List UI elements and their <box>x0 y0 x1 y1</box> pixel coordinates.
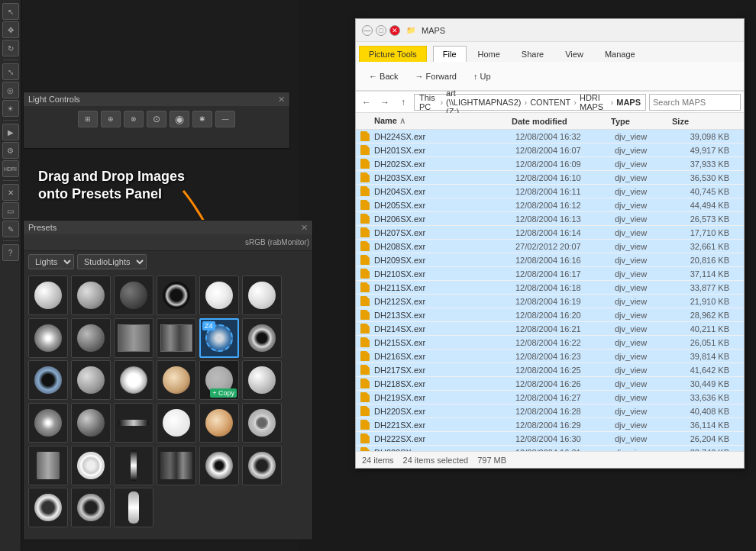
file-row[interactable]: DH218SX.exr 12/08/2004 16:26 djv_view 30… <box>356 377 744 391</box>
toolbar-camera-btn[interactable]: ◎ <box>2 82 19 98</box>
file-row[interactable]: DH202SX.exr 12/08/2004 16:09 djv_view 37… <box>356 157 744 171</box>
preset-item[interactable] <box>114 488 153 527</box>
fe-minimize-btn[interactable]: — <box>362 25 373 36</box>
file-row[interactable]: DH223SX.exr 12/08/2004 16:31 djv_view 33… <box>356 446 744 451</box>
preset-item[interactable] <box>28 403 68 443</box>
preset-item[interactable] <box>157 360 196 400</box>
preset-item[interactable] <box>242 403 282 443</box>
preset-item[interactable] <box>28 446 68 485</box>
preset-item[interactable] <box>71 488 111 527</box>
file-row[interactable]: DH215SX.exr 12/08/2004 16:22 djv_view 26… <box>356 336 744 350</box>
preset-item[interactable] <box>71 276 111 315</box>
fe-back-btn[interactable]: ← <box>359 95 374 110</box>
preset-item[interactable] <box>157 318 196 358</box>
lc-btn-6[interactable]: ✱ <box>192 111 212 127</box>
toolbar-help-btn[interactable]: ? <box>2 244 19 261</box>
preset-item[interactable] <box>71 446 111 485</box>
fe-file-list[interactable]: DH224SX.exr 12/08/2004 16:32 djv_view 39… <box>356 130 744 451</box>
tab-manage[interactable]: Manage <box>595 46 645 62</box>
preset-item[interactable] <box>157 446 196 485</box>
preset-item[interactable] <box>242 360 282 400</box>
presets-filter1[interactable]: Lights <box>28 254 74 269</box>
file-row[interactable]: DH201SX.exr 12/08/2004 16:07 djv_view 49… <box>356 143 744 157</box>
breadcrumb-hdri[interactable]: HDRI MAPS <box>580 93 608 111</box>
preset-copy-item[interactable]: + Copy <box>199 360 239 400</box>
toolbar-scale-btn[interactable]: ⤡ <box>2 63 19 80</box>
fe-search-input[interactable] <box>649 94 741 111</box>
file-row[interactable]: DH214SX.exr 12/08/2004 16:21 djv_view 40… <box>356 322 744 336</box>
preset-item[interactable] <box>199 276 239 315</box>
ribbon-back-btn[interactable]: ← Back <box>362 69 405 84</box>
lc-btn-7[interactable]: — <box>215 111 235 127</box>
toolbar-move-btn[interactable]: ✥ <box>2 21 19 38</box>
preset-item[interactable] <box>242 318 282 358</box>
preset-item[interactable] <box>28 360 68 400</box>
breadcrumb-maps[interactable]: MAPS <box>616 98 641 107</box>
preset-item[interactable] <box>28 488 68 527</box>
toolbar-light-btn[interactable]: ☀ <box>2 100 19 117</box>
file-row[interactable]: DH213SX.exr 12/08/2004 16:20 djv_view 28… <box>356 308 744 322</box>
tab-view[interactable]: View <box>555 46 593 62</box>
fe-forward-btn[interactable]: → <box>377 95 393 110</box>
preset-item[interactable] <box>28 276 68 315</box>
toolbar-close-btn[interactable]: ✕ <box>2 184 19 201</box>
preset-item[interactable] <box>114 360 153 400</box>
file-row[interactable]: DH207SX.exr 12/08/2004 16:14 djv_view 17… <box>356 226 744 240</box>
toolbar-select-btn[interactable]: ↖ <box>2 3 19 20</box>
file-row[interactable]: DH220SX.exr 12/08/2004 16:28 djv_view 40… <box>356 404 744 418</box>
file-row[interactable]: DH210SX.exr 12/08/2004 16:17 djv_view 37… <box>356 267 744 281</box>
breadcrumb-pc[interactable]: This PC <box>419 93 437 111</box>
lc-btn-4[interactable]: ⊙ <box>147 111 166 127</box>
col-date[interactable]: Date modified <box>512 117 611 126</box>
fe-maximize-btn[interactable]: □ <box>376 25 386 36</box>
lc-btn-1[interactable]: ⊞ <box>78 111 98 127</box>
file-row[interactable]: DH211SX.exr 12/08/2004 16:18 djv_view 33… <box>356 281 744 295</box>
col-size[interactable]: Size <box>672 117 725 126</box>
lc-btn-5[interactable]: ◉ <box>170 111 189 127</box>
file-row[interactable]: DH212SX.exr 12/08/2004 16:19 djv_view 21… <box>356 295 744 308</box>
tab-file[interactable]: File <box>433 46 467 62</box>
preset-item[interactable] <box>199 446 239 485</box>
fe-up-btn[interactable]: ↑ <box>396 95 411 110</box>
preset-item[interactable] <box>114 403 153 443</box>
breadcrumb-content[interactable]: CONTENT <box>530 98 570 107</box>
file-row[interactable]: DH204SX.exr 12/08/2004 16:11 djv_view 40… <box>356 185 744 198</box>
fe-breadcrumb[interactable]: This PC › art (\\LIGHTMAPNAS2) (Z:) › CO… <box>414 94 646 111</box>
ribbon-up-btn[interactable]: ↑ Up <box>467 69 498 84</box>
preset-item[interactable] <box>71 318 111 358</box>
preset-item[interactable] <box>242 276 282 315</box>
toolbar-rect-btn[interactable]: ▭ <box>2 202 19 219</box>
tab-home[interactable]: Home <box>468 46 510 62</box>
preset-item[interactable] <box>199 403 239 443</box>
file-row[interactable]: DH203SX.exr 12/08/2004 16:10 djv_view 36… <box>356 171 744 185</box>
light-controls-titlebar[interactable]: Light Controls ✕ <box>24 92 289 106</box>
file-row[interactable]: DH208SX.exr 27/02/2012 20:07 djv_view 32… <box>356 240 744 253</box>
lc-btn-2[interactable]: ⊕ <box>101 111 121 127</box>
file-row[interactable]: DH205SX.exr 12/08/2004 16:12 djv_view 44… <box>356 198 744 212</box>
toolbar-settings-btn[interactable]: ⚙ <box>2 142 19 159</box>
breadcrumb-drive[interactable]: art (\\LIGHTMAPNAS2) (Z:) <box>446 89 521 116</box>
preset-item[interactable] <box>114 446 153 485</box>
col-name[interactable]: Name ∧ <box>359 116 512 126</box>
file-row[interactable]: DH219SX.exr 12/08/2004 16:27 djv_view 33… <box>356 391 744 404</box>
preset-item[interactable] <box>71 360 111 400</box>
preset-item[interactable] <box>242 446 282 485</box>
toolbar-render-btn[interactable]: ▶ <box>2 124 19 140</box>
preset-item[interactable] <box>157 276 196 315</box>
toolbar-rotate-btn[interactable]: ↻ <box>2 40 19 56</box>
toolbar-pen-btn[interactable]: ✎ <box>2 221 19 237</box>
presets-close[interactable]: ✕ <box>301 223 308 233</box>
tab-picture-tools[interactable]: Picture Tools <box>359 46 427 62</box>
light-controls-close[interactable]: ✕ <box>278 95 285 105</box>
tab-share[interactable]: Share <box>512 46 554 62</box>
ribbon-forward-btn[interactable]: → Forward <box>409 69 464 84</box>
fe-close-btn[interactable]: ✕ <box>389 25 400 36</box>
file-row[interactable]: DH224SX.exr 12/08/2004 16:32 djv_view 39… <box>356 130 744 143</box>
preset-item[interactable] <box>71 403 111 443</box>
file-row[interactable]: DH221SX.exr 12/08/2004 16:29 djv_view 36… <box>356 418 744 432</box>
col-type[interactable]: Type <box>611 117 672 126</box>
toolbar-hdri-btn[interactable]: HDRI <box>2 160 19 177</box>
file-row[interactable]: DH222SX.exr 12/08/2004 16:30 djv_view 26… <box>356 432 744 446</box>
file-row[interactable]: DH209SX.exr 12/08/2004 16:16 djv_view 20… <box>356 253 744 267</box>
file-row[interactable]: DH217SX.exr 12/08/2004 16:25 djv_view 41… <box>356 363 744 377</box>
